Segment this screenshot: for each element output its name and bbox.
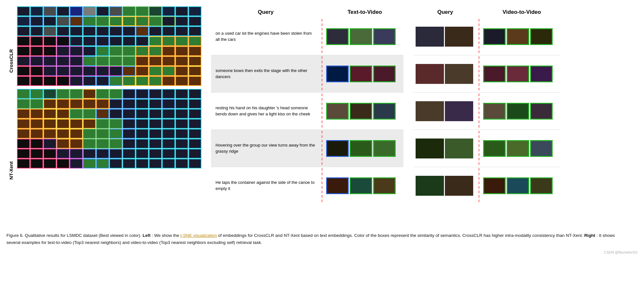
query-text-3: resting his hand on his daughter 's head… [211, 102, 320, 121]
vtv-query-img-4b [445, 139, 473, 158]
grid-cell [136, 139, 149, 148]
result-thumb [530, 66, 553, 82]
grid-cell [123, 76, 135, 86]
grid-cell [189, 149, 201, 158]
caption-left-label: Left [143, 233, 151, 238]
grid-cell [96, 89, 109, 99]
grid-cell [162, 66, 175, 76]
grid-cell [189, 6, 201, 16]
grid-cell [175, 76, 188, 86]
grid-cell [162, 109, 175, 119]
grid-cell [17, 56, 30, 66]
grid-cell [162, 26, 175, 36]
vtv-results-4 [481, 139, 555, 158]
grid-cell [83, 109, 96, 119]
result-thumb [483, 66, 506, 82]
grid-cell [70, 119, 83, 129]
grid-cell [43, 36, 56, 46]
grid-cell [57, 119, 69, 129]
vtv-query-thumb-1 [413, 25, 477, 48]
grid-cell [149, 36, 162, 46]
grid-cell [162, 16, 175, 26]
vtv-row-4 [413, 130, 560, 167]
grid-cell [96, 99, 109, 109]
ttv-results-5 [324, 176, 398, 195]
grid-cell [123, 139, 135, 148]
grid-cell [109, 46, 122, 56]
grid-cell [83, 36, 96, 46]
grid-cell [96, 6, 109, 16]
grid-row [17, 149, 201, 158]
grid-cell [123, 66, 135, 76]
grid-cell [149, 76, 162, 86]
grid-cell [123, 56, 135, 66]
grid-cell [83, 6, 96, 16]
grid-cell [136, 66, 149, 76]
grid-cell [96, 26, 109, 36]
vtv-block: Query Video-to-Video [413, 6, 560, 204]
grid-cell [57, 16, 69, 26]
grid-cell [30, 99, 43, 109]
grid-cell [70, 6, 83, 16]
grid-cell [136, 56, 149, 66]
grid-cell [162, 129, 175, 139]
grid-cell [109, 16, 122, 26]
figure-number: Figure 6. [6, 233, 23, 238]
grid-cell [30, 129, 43, 139]
grid-cell [123, 109, 135, 119]
grid-cell [123, 129, 135, 139]
grid-cell [189, 66, 201, 76]
result-thumb [326, 140, 349, 157]
grid-row [17, 109, 201, 119]
grid-cell [83, 129, 96, 139]
grid-cell [189, 139, 201, 148]
grid-cell [109, 159, 122, 168]
grid-cell [109, 26, 122, 36]
grid-cell [57, 66, 69, 76]
grid-cell [70, 16, 83, 26]
figure-caption: Figure 6. Qualitative results for LSMDC … [6, 232, 618, 246]
vtv-query-img-1a [416, 27, 444, 47]
grid-cell [83, 66, 96, 76]
grid-cell [136, 76, 149, 86]
grid-cell [17, 16, 30, 26]
grid-cell [149, 26, 162, 36]
dashed-div-4 [322, 131, 322, 166]
grid-cell [83, 119, 96, 129]
grid-cell [109, 89, 122, 99]
grid-cell [83, 46, 96, 56]
grid-cell [109, 66, 122, 76]
grid-cell [109, 99, 122, 109]
grid-cell [57, 89, 69, 99]
grid-cell [189, 159, 201, 168]
result-thumb [350, 103, 372, 120]
result-thumb [373, 28, 396, 45]
grid-row [17, 129, 201, 139]
dashed-div-vtv-2 [479, 56, 479, 92]
grid-cell [57, 159, 69, 168]
result-thumb [326, 28, 349, 45]
grid-cell [57, 26, 69, 36]
query2-header: Query [413, 6, 477, 18]
vtv-headers: Query Video-to-Video [413, 6, 560, 18]
grid-cell [70, 66, 83, 76]
grid-row [17, 139, 201, 148]
grid-cell [149, 139, 162, 148]
result-thumb [530, 177, 553, 194]
vtv-results-3 [481, 102, 555, 121]
grid-cell [175, 149, 188, 158]
grid-cell [189, 99, 201, 109]
grid-cell [149, 159, 162, 168]
grid-cell [123, 119, 135, 129]
vtv-query-thumb-2 [413, 63, 477, 85]
result-thumb [507, 140, 529, 157]
vtv-query-thumb-5 [413, 175, 477, 197]
grid-cell [162, 149, 175, 158]
dashed-div-1 [322, 19, 322, 54]
grid-cell [136, 109, 149, 119]
grid-cell [70, 139, 83, 148]
grid-cell [175, 16, 188, 26]
vtv-row-5 [413, 167, 560, 204]
watermark: CSDN @BachelorSG [6, 250, 638, 254]
result-thumb [373, 66, 396, 82]
